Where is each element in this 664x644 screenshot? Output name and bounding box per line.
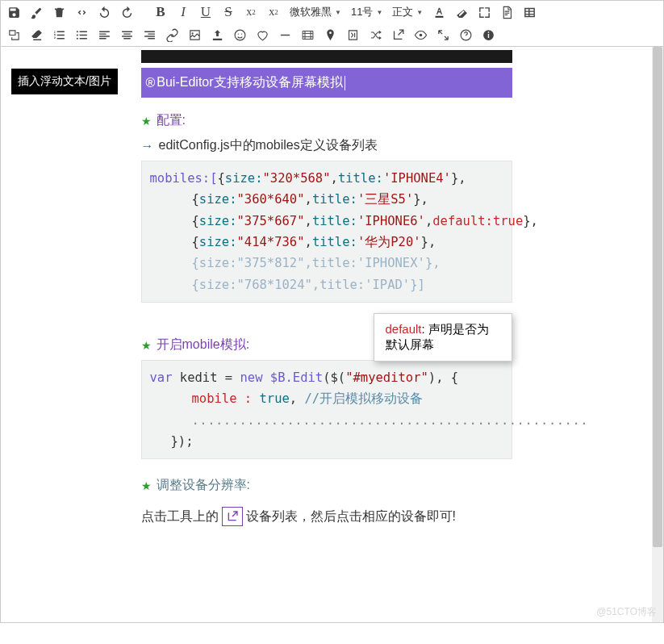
strike-icon[interactable]: S — [220, 4, 236, 20]
section-heading: 配置: — [157, 112, 186, 129]
insert-float-icon[interactable] — [6, 27, 22, 43]
eraser-icon[interactable] — [28, 27, 44, 43]
tooltip: 插入浮动文本/图片 — [11, 69, 118, 94]
star-icon: ★ — [141, 115, 152, 128]
editor-body[interactable]: ® Bui-Editor支持移动设备屏幕模拟 ★ 配置: → editConfi… — [1, 47, 652, 622]
svg-point-4 — [235, 30, 245, 40]
superscript-icon[interactable]: x2 — [243, 4, 259, 20]
device-frame-top — [141, 50, 512, 63]
minus-icon[interactable] — [277, 27, 293, 43]
export-icon[interactable] — [390, 27, 406, 43]
italic-icon[interactable]: I — [175, 4, 191, 20]
bold-icon[interactable]: B — [152, 4, 169, 20]
upload-icon[interactable] — [209, 27, 225, 43]
undo-icon[interactable] — [96, 4, 112, 20]
scrollbar[interactable] — [652, 47, 663, 622]
editor-toolbar: B I U S x2 x2 微软雅黑 11号 正文 — [0, 0, 664, 47]
svg-point-1 — [76, 34, 77, 36]
highlight-icon[interactable] — [453, 4, 470, 20]
device-list-icon — [222, 507, 243, 526]
arrow-icon: → — [141, 139, 154, 153]
tooltip-popover: default: 声明是否为默认屏幕 — [374, 313, 512, 362]
video-icon[interactable] — [299, 27, 315, 43]
shuffle-icon[interactable] — [367, 27, 383, 43]
trash-icon[interactable] — [51, 4, 67, 20]
style-select[interactable]: 正文 — [390, 5, 424, 19]
page-title: ® Bui-Editor支持移动设备屏幕模拟 — [141, 68, 512, 98]
info-icon[interactable] — [480, 27, 496, 43]
underline-icon[interactable]: U — [198, 4, 214, 20]
text-color-icon[interactable] — [431, 4, 447, 20]
star-icon: ★ — [141, 339, 152, 352]
star-icon: ★ — [141, 479, 152, 492]
save-icon[interactable] — [6, 4, 22, 20]
svg-point-0 — [76, 31, 77, 32]
align-left-icon[interactable] — [96, 27, 112, 43]
device-instruction: 点击工具上的 设备列表，然后点击相应的设备即可! — [141, 507, 512, 526]
expand-icon[interactable] — [435, 27, 451, 43]
font-select[interactable]: 微软雅黑 — [288, 5, 343, 19]
code-block-init: var kedit = new $B.Edit($("#myeditor"), … — [141, 360, 512, 459]
subscript-icon[interactable]: x2 — [265, 4, 282, 20]
ordered-list-icon[interactable] — [51, 27, 67, 43]
heart-icon[interactable] — [254, 27, 270, 43]
align-right-icon[interactable] — [141, 27, 157, 43]
brush-icon[interactable] — [28, 4, 44, 20]
registered-icon: ® — [146, 76, 156, 90]
symbol-icon[interactable] — [345, 27, 361, 43]
svg-point-6 — [240, 33, 241, 34]
code-icon[interactable] — [73, 4, 90, 20]
page-icon[interactable] — [499, 4, 515, 20]
section-heading: 开启mobile模拟: — [157, 337, 250, 353]
section-heading: 调整设备分辨率: — [157, 477, 250, 494]
emoji-icon[interactable] — [232, 27, 248, 43]
scrollbar-thumb[interactable] — [653, 47, 662, 547]
size-select[interactable]: 11号 — [349, 5, 384, 19]
eye-icon[interactable] — [412, 27, 428, 43]
text-cursor — [345, 76, 345, 90]
code-block-mobiles: mobiles:[{size:"320*568",title:'IPHONE4'… — [141, 161, 512, 303]
svg-point-7 — [419, 33, 422, 36]
svg-point-2 — [76, 37, 77, 39]
fullscreen2-icon[interactable] — [476, 4, 492, 20]
help-icon[interactable] — [457, 27, 474, 43]
align-center-icon[interactable] — [119, 27, 135, 43]
image-icon[interactable] — [186, 27, 203, 43]
marker-icon[interactable] — [322, 27, 338, 43]
section-subtext: editConfig.js中的mobiles定义设备列表 — [159, 137, 378, 154]
table-icon[interactable] — [521, 4, 537, 20]
link-icon[interactable] — [164, 27, 180, 43]
redo-icon[interactable] — [119, 4, 135, 20]
unordered-list-icon[interactable] — [73, 27, 90, 43]
svg-point-3 — [191, 32, 193, 34]
svg-point-5 — [237, 33, 238, 34]
